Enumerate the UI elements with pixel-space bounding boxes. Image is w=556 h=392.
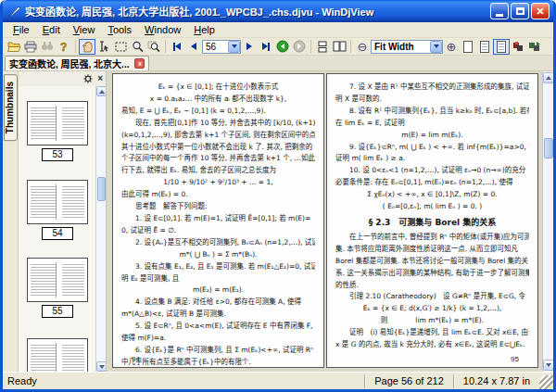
thumbnail-image <box>27 338 88 372</box>
back-icon <box>276 40 289 53</box>
thumbnail-image <box>27 258 88 302</box>
menu-bar: File Edit View Tools Window Help <box>3 22 553 38</box>
export-page-button[interactable] <box>526 39 543 55</box>
thumbnail-page-label: 55 <box>42 305 73 318</box>
window-title: 实变函数论, 周民强, 北京大学出版社, 2001._WPCBJ_.chs.dj… <box>25 4 488 19</box>
toolbar-separator <box>75 40 76 53</box>
continuous-layout-button[interactable] <box>314 39 331 55</box>
menu-edit[interactable]: Edit <box>36 22 67 37</box>
chevron-up-icon <box>99 90 105 94</box>
fit-width-button[interactable] <box>493 39 510 55</box>
fit-page-icon <box>480 41 489 53</box>
scrollbar-thumb[interactable] <box>544 138 553 158</box>
page-number: 95 <box>511 355 519 363</box>
text-line: x 是 G 的内点, 故当 k 充分大时, 必有 x∈Eₖ, 这说明 E⊂⋃Eₖ… <box>335 339 529 351</box>
menu-view[interactable]: View <box>67 22 102 37</box>
menu-help[interactable]: Help <box>187 22 221 37</box>
previous-page-icon <box>191 43 196 50</box>
help-button[interactable]: ? <box>56 39 72 55</box>
page-text: 7. 设 X 是由 R¹ 中某些互不相交的正测集形成的集族, 试证明 X 是可数… <box>327 74 537 351</box>
text-select-icon <box>98 41 109 53</box>
zoom-in-tool-button[interactable] <box>129 39 145 55</box>
toolbar-separator <box>165 40 166 53</box>
page-number-value: 56 <box>203 42 228 52</box>
tab-close-button[interactable]: x <box>134 58 145 69</box>
maximize-button[interactable] <box>511 3 529 19</box>
text-line: 思考题 解答下列问题: <box>121 201 315 213</box>
print-button[interactable] <box>22 39 39 55</box>
thumbnail-item[interactable]: 53 <box>24 101 91 161</box>
title-bar[interactable]: 实变函数论, 周民强, 北京大学出版社, 2001._WPCBJ_.chs.dj… <box>3 0 553 22</box>
zoom-in-button[interactable]: ⊕ <box>443 39 460 55</box>
select-text-button[interactable] <box>95 39 112 55</box>
thumbnails-tab[interactable]: Thumbnails <box>4 74 18 141</box>
text-line: (k=0,1,2,…,9), 即舍去第 k+1 个子区间, 则在剩余区间中的点 <box>121 130 315 142</box>
document-tab[interactable]: 实变函数论, 周民强, 北京大... x <box>5 56 149 70</box>
page-number-combo[interactable]: 56 <box>202 40 241 54</box>
next-page-button[interactable] <box>241 39 258 55</box>
text-line: 4. 设点集 B 满足: 对任给 ε>0, 都存在可测集 A, 使得 <box>121 297 315 309</box>
sidebar-scrollbar[interactable] <box>95 86 106 372</box>
status-bar: Ready Page 56 of 212 10.24 x 7.87 in <box>3 372 553 389</box>
zoom-combo-dropdown[interactable] <box>430 41 442 53</box>
text-line: 行下去, 就得出 Eₖ. 易知, 舍去的子区间之总长度为 <box>121 165 315 177</box>
document-view[interactable]: Eₖ = {x ∈ [0,1]; 在十进位小数表示式x = 0.a₁a₂… 中的… <box>107 71 553 372</box>
scroll-up-button[interactable] <box>543 72 553 83</box>
book-page-left: Eₖ = {x ∈ [0,1]; 在十进位小数表示式x = 0.a₁a₂… 中的… <box>112 73 324 368</box>
close-button[interactable]: ✕ <box>531 3 550 19</box>
continuous-layout-icon <box>317 41 328 53</box>
back-button[interactable] <box>274 39 291 55</box>
close-icon: × <box>97 73 103 83</box>
last-page-button[interactable] <box>258 39 274 55</box>
chevron-down-icon <box>546 363 551 367</box>
display-settings-button[interactable] <box>510 39 526 55</box>
text-line: x = 0.a₁a₂… 中的所有 aᵢ 都不出现数字 k}, <box>121 94 315 106</box>
first-page-button[interactable] <box>169 39 185 55</box>
thumbnail-page-label: 54 <box>42 227 73 240</box>
resize-grip[interactable] <box>539 375 553 389</box>
open-button[interactable] <box>6 39 22 55</box>
facing-pages-button[interactable] <box>331 39 348 55</box>
scroll-down-button[interactable] <box>96 361 106 372</box>
page-combo-dropdown[interactable] <box>228 41 240 53</box>
content-area: Thumbnails × 53 54 <box>3 71 553 372</box>
text-line: 证明 m( lim Eₖ ) ≥ a. <box>335 153 529 165</box>
scrollbar-thumb[interactable] <box>97 177 106 201</box>
scroll-up-button[interactable] <box>96 86 106 96</box>
text-line: 其十进位小数式中第一位小数就不会出现 k 了. 其次, 把剩余的 9 <box>121 142 315 154</box>
text-line: 必要条件是: 存在 Eₙ⊂[0,1], m(Eₙ)=εₙ (n=1,2,…), … <box>335 177 529 189</box>
thumbnail-item[interactable]: 56 <box>24 338 91 372</box>
text-line: 引理 2.10 (Caratheodory) 设 G≠Rⁿ 是开集, E⊂G, … <box>335 291 529 303</box>
scroll-down-button[interactable] <box>543 360 553 371</box>
actual-size-button[interactable] <box>460 39 476 55</box>
select-rect-button[interactable] <box>112 39 129 55</box>
help-icon: ? <box>58 41 70 53</box>
maximize-icon <box>516 7 524 15</box>
main-scrollbar[interactable] <box>542 71 553 372</box>
zoom-mode-combo[interactable]: Fit Width <box>371 40 443 54</box>
zoom-out-button[interactable]: ⊖ <box>354 39 371 55</box>
chevron-up-icon <box>546 76 551 80</box>
text-line: 8. 设有 R¹ 中可测集列{Eₖ}, 且当 k≥k₀ 时, Eₖ⊂[a,b].… <box>335 106 529 118</box>
panel-close-button[interactable]: × <box>97 74 103 83</box>
page-number: 94 <box>132 355 140 363</box>
binoculars-icon <box>41 41 54 52</box>
thumbnail-item[interactable]: 54 <box>24 180 91 240</box>
text-line: 1/10 + 9/10² + 9²/10³ + … = 1, <box>121 177 315 189</box>
pan-tool-button[interactable] <box>79 39 95 55</box>
menu-window[interactable]: Window <box>138 22 187 37</box>
thumbnail-item[interactable]: 55 <box>24 258 91 318</box>
minimize-button[interactable] <box>490 3 509 19</box>
status-page-info: Page 56 of 212 <box>364 374 453 388</box>
text-line: ( Eₙ=[0,εₙ]; m( lim Eₙ ) = 0. ) <box>335 201 529 213</box>
zoom-rect-tool-button[interactable] <box>145 39 162 55</box>
fit-page-button[interactable] <box>476 39 493 55</box>
previous-page-button[interactable] <box>185 39 202 55</box>
forward-button[interactable] <box>291 39 308 55</box>
find-button[interactable] <box>39 39 56 55</box>
menu-tools[interactable]: Tools <box>101 22 138 37</box>
menu-file[interactable]: File <box>6 22 36 37</box>
text-line: 明 X 是可数的. <box>335 94 529 106</box>
panel-settings-button[interactable] <box>83 74 93 83</box>
status-text: Ready <box>3 375 364 386</box>
